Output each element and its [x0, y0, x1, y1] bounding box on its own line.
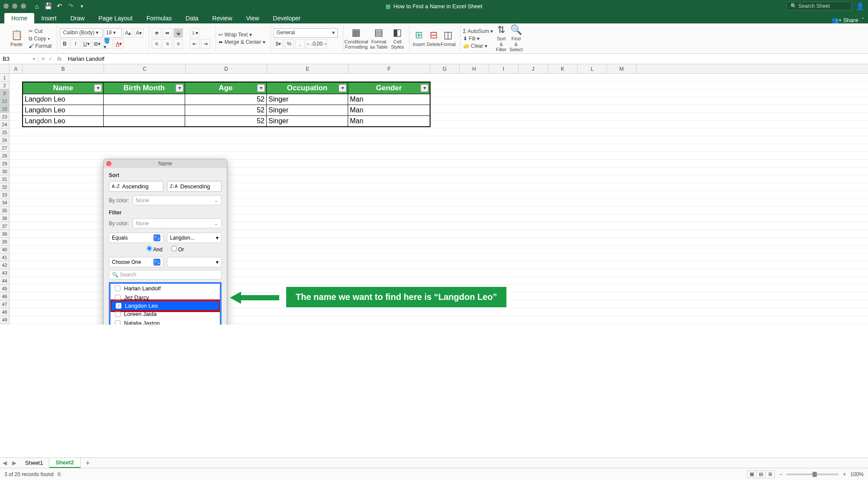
or-radio[interactable]: Or — [171, 246, 184, 253]
row-header[interactable]: 35 — [0, 207, 10, 214]
col-header[interactable]: G — [430, 64, 460, 73]
cell[interactable]: 52 — [185, 105, 267, 115]
share-button[interactable]: 👥+ Share — [832, 17, 858, 23]
tab-draw[interactable]: Draw — [63, 13, 91, 23]
wrap-text-button[interactable]: ↩ Wrap Text ▾ — [219, 32, 265, 38]
formula-input[interactable]: Harlan Landolf — [66, 56, 106, 62]
filter-item[interactable]: Natalia Jaxton — [111, 319, 220, 325]
format-cells-button[interactable]: ◫Format — [442, 26, 455, 51]
increase-font-icon[interactable]: A▴ — [123, 28, 133, 38]
collapse-ribbon-icon[interactable]: ˆ — [862, 17, 864, 23]
tab-view[interactable]: View — [239, 13, 266, 23]
col-header[interactable]: K — [548, 64, 578, 73]
row-header[interactable]: 36 — [0, 214, 10, 222]
filter-value2-select[interactable]: ▾ — [167, 257, 222, 267]
col-header[interactable]: B — [23, 64, 104, 73]
decrease-indent-icon[interactable]: ⇤ — [190, 39, 199, 49]
undo-icon[interactable]: ↶ — [54, 1, 65, 11]
font-name-select[interactable]: Calibri (Body) ▾ — [60, 28, 102, 38]
cut-button[interactable]: ✂ Cut — [29, 28, 52, 34]
tab-developer[interactable]: Developer — [266, 13, 308, 23]
sort-by-color-select[interactable]: None⌄ — [133, 195, 222, 205]
row-header[interactable]: 25 — [0, 128, 10, 136]
delete-cells-button[interactable]: ⊟Delete — [427, 26, 440, 51]
row-header[interactable]: 45 — [0, 285, 10, 293]
row-header[interactable]: 2 — [0, 82, 10, 89]
col-header[interactable]: E — [267, 64, 349, 73]
align-right-icon[interactable]: ≡ — [173, 39, 183, 49]
row-header[interactable]: 28 — [0, 152, 10, 160]
row-header[interactable]: 24 — [0, 121, 10, 128]
row-header[interactable]: 33 — [0, 191, 10, 199]
copy-button[interactable]: ⧉ Copy ▾ — [29, 36, 52, 42]
grid[interactable]: A B C D E F G H I J K L M 12812152324252… — [0, 64, 868, 325]
select-all-corner[interactable] — [0, 64, 10, 73]
cell[interactable]: Man — [348, 116, 430, 126]
row-header[interactable]: 26 — [0, 136, 10, 144]
traffic-lights[interactable] — [3, 3, 26, 9]
cell[interactable] — [104, 94, 185, 105]
bold-button[interactable]: B — [60, 39, 69, 49]
cell[interactable]: 52 — [185, 94, 267, 105]
cell[interactable]: Langdon Leo — [23, 94, 104, 105]
cell[interactable]: Man — [348, 94, 430, 105]
col-header[interactable]: M — [607, 64, 636, 73]
fx-icon[interactable]: fx — [53, 56, 66, 62]
increase-indent-icon[interactable]: ⇥ — [201, 39, 210, 49]
autosum-button[interactable]: Σ AutoSum ▾ — [463, 28, 493, 34]
row-header[interactable]: 38 — [0, 230, 10, 238]
fill-color-button[interactable]: 🪣▾ — [103, 39, 113, 49]
number-format-select[interactable]: General ▾ — [274, 28, 338, 38]
filter-operator2-select[interactable]: Choose One⌃⌄ — [109, 257, 163, 267]
cell[interactable] — [104, 105, 185, 115]
home-icon[interactable]: ⌂ — [31, 1, 42, 11]
underline-button[interactable]: U▾ — [82, 39, 91, 49]
orientation-icon[interactable]: ⤹▾ — [190, 28, 199, 38]
paste-button[interactable]: 📋Paste — [6, 26, 27, 51]
row-header[interactable]: 27 — [0, 144, 10, 152]
col-header[interactable]: I — [489, 64, 519, 73]
font-color-button[interactable]: A▾ — [114, 39, 124, 49]
tab-home[interactable]: Home — [4, 13, 34, 23]
row-header[interactable]: 42 — [0, 261, 10, 269]
fill-button[interactable]: ⬇ Fill ▾ — [463, 36, 493, 42]
format-painter-button[interactable]: 🖌 Format — [29, 43, 52, 49]
percent-icon[interactable]: % — [284, 39, 294, 49]
col-header[interactable]: H — [460, 64, 489, 73]
merge-center-button[interactable]: ⬌ Merge & Center ▾ — [219, 39, 265, 45]
col-header[interactable]: J — [519, 64, 548, 73]
italic-button[interactable]: I — [71, 39, 80, 49]
filter-icon[interactable]: ▾ — [339, 84, 346, 92]
row-header[interactable]: 48 — [0, 308, 10, 316]
align-middle-icon[interactable]: ⬌ — [163, 28, 172, 38]
tab-insert[interactable]: Insert — [34, 13, 63, 23]
col-header[interactable]: L — [578, 64, 607, 73]
redo-icon[interactable]: ↷ — [65, 1, 76, 11]
cell[interactable]: Singer — [267, 105, 348, 115]
close-icon[interactable] — [106, 161, 111, 166]
qat-dropdown-icon[interactable]: ▾ — [76, 1, 88, 11]
row-header[interactable]: 31 — [0, 175, 10, 183]
name-box[interactable]: B3▾ — [0, 56, 38, 62]
sort-filter-button[interactable]: ⇅Sort & Filter — [495, 26, 508, 51]
align-top-icon[interactable]: ⬘ — [152, 28, 161, 38]
comma-icon[interactable]: , — [295, 39, 305, 49]
filter-operator-select[interactable]: Equals⌃⌄ — [109, 233, 163, 243]
align-center-icon[interactable]: ≡ — [163, 39, 172, 49]
row-header[interactable]: 32 — [0, 183, 10, 191]
row-header[interactable]: 34 — [0, 199, 10, 207]
cell[interactable]: Langdon Leo — [23, 105, 104, 115]
filter-value-select[interactable]: Langdon...▾ — [167, 233, 222, 243]
cell[interactable]: Man — [348, 105, 430, 115]
col-header[interactable]: F — [349, 64, 430, 73]
currency-icon[interactable]: $▾ — [274, 39, 283, 49]
row-header[interactable]: 46 — [0, 293, 10, 300]
font-size-select[interactable]: 18 ▾ — [104, 28, 122, 38]
col-header[interactable]: C — [104, 64, 186, 73]
cell[interactable]: 52 — [185, 116, 267, 126]
user-icon[interactable]: 👤 — [856, 2, 865, 10]
row-header[interactable]: 30 — [0, 168, 10, 175]
row-header[interactable]: 40 — [0, 246, 10, 253]
tab-page-layout[interactable]: Page Layout — [91, 13, 140, 23]
filter-item[interactable]: Loreen Jaida — [111, 309, 220, 319]
